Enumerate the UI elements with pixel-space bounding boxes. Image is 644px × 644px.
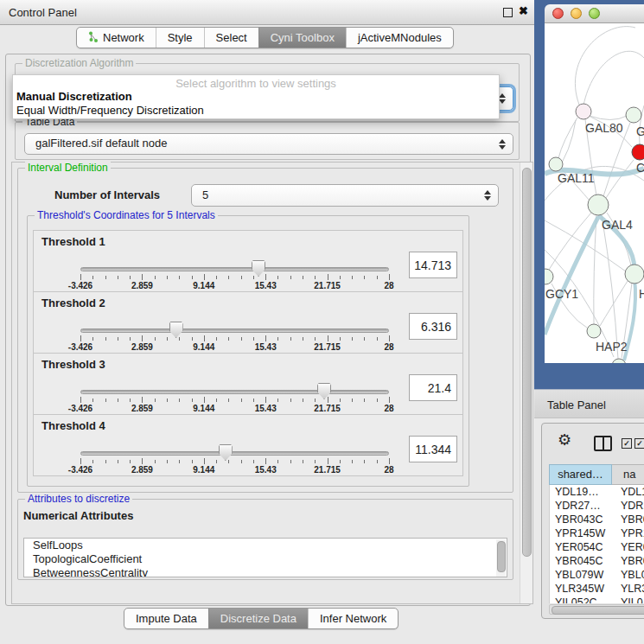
control-panel-title: Control Panel [9, 6, 77, 19]
cell[interactable]: YLR3 [613, 582, 644, 596]
attributes-list: SelfLoops TopologicalCoefficient Between… [23, 538, 507, 577]
interval-definition-title: Interval Definition [25, 162, 111, 174]
attribute-item[interactable]: BetweennessCentrality [24, 566, 507, 577]
close-traffic-light[interactable] [552, 8, 564, 19]
vertical-scrollbar[interactable] [520, 163, 532, 603]
table-row[interactable]: YER054CYER0 [550, 540, 644, 554]
threshold-3-label: Threshold 3 [41, 358, 105, 371]
cell[interactable]: YDR2 [613, 499, 644, 513]
minimize-traffic-light[interactable] [571, 8, 582, 19]
thresholds-container: Threshold 1 -3.426 2.859 9.144 15.43 [33, 230, 463, 476]
tab-network-label: Network [103, 31, 144, 44]
threshold-3-value-field[interactable]: 21.4 [409, 374, 457, 401]
table-row[interactable]: YDR27…YDR2 [550, 499, 644, 513]
float-window-icon[interactable] [503, 8, 513, 17]
tab-cyni-toolbox[interactable]: Cyni Toolbox [258, 28, 346, 48]
threshold-1-value-field[interactable]: 14.713 [409, 252, 457, 278]
dropdown-option-manual[interactable]: Manual Discretization [13, 90, 499, 104]
tab-impute-data[interactable]: Impute Data [124, 609, 208, 628]
column-header-shared-name[interactable]: shared… [549, 464, 612, 485]
network-window-titlebar[interactable] [545, 4, 644, 23]
slider-track[interactable] [80, 328, 389, 333]
tab-infer-network[interactable]: Infer Network [308, 609, 398, 628]
cell[interactable]: YIL0 [613, 596, 644, 603]
cell[interactable]: YPR1 [613, 526, 644, 540]
threshold-2-label: Threshold 2 [41, 296, 105, 309]
tick-label: 9.144 [193, 342, 214, 352]
cell[interactable]: YDL19… [550, 485, 613, 499]
label-gal11: GAL11 [558, 171, 595, 185]
node-gal4[interactable] [588, 194, 609, 215]
cell[interactable]: YBR0 [613, 554, 644, 568]
cell[interactable]: YER054C [550, 540, 613, 554]
table-row[interactable]: YBL079WYBL0 [550, 568, 644, 582]
cell[interactable]: YBR045C [550, 554, 613, 568]
tab-style[interactable]: Style [156, 28, 204, 48]
tick-label: 15.43 [255, 404, 277, 413]
slider-track[interactable] [80, 267, 389, 271]
threshold-2-slider[interactable]: -3.426 2.859 9.144 15.43 21.715 28 [80, 322, 389, 354]
table-row[interactable]: YLR345WYLR3 [550, 582, 644, 596]
columns-icon[interactable] [594, 436, 612, 451]
threshold-2-value-field[interactable]: 6.316 [409, 313, 457, 340]
column-header-name[interactable]: na [612, 464, 644, 485]
slider-track[interactable] [80, 451, 389, 456]
network-nodes[interactable] [545, 104, 644, 363]
number-of-intervals-combobox[interactable]: 5 [191, 184, 499, 207]
attribute-item[interactable]: TopologicalCoefficient [24, 552, 507, 566]
table-row[interactable]: YDL19…YDL1 [550, 485, 644, 499]
threshold-4-value-field[interactable]: 11.344 [409, 436, 457, 462]
close-icon[interactable]: ✖ [519, 4, 528, 17]
attributes-scrollbar-thumb[interactable] [497, 541, 506, 572]
cell[interactable]: YBR043C [550, 513, 613, 526]
table-row[interactable]: YPR145WYPR1 [550, 526, 644, 540]
horizontal-scrollbar[interactable] [549, 604, 644, 615]
cell[interactable]: YDR27… [550, 499, 613, 513]
number-of-intervals-label: Number of Intervals [54, 188, 160, 201]
node-hap2[interactable] [587, 324, 601, 338]
checkbox-icon[interactable]: ✓ [622, 438, 632, 449]
discretization-algorithm-group-title: Discretization Algorithm [22, 57, 136, 69]
cell[interactable]: YIL052C [550, 596, 613, 603]
table-data-combobox[interactable]: galFiltered.sif default node [24, 133, 513, 155]
table-row[interactable]: YBR045CYBR0 [550, 554, 644, 568]
node-h[interactable] [625, 265, 644, 284]
tab-jactivemnodules[interactable]: jActiveMNodules [346, 28, 453, 48]
slider-track[interactable] [80, 390, 389, 394]
dropdown-placeholder-item[interactable]: Select algorithm to view settings [13, 75, 499, 90]
cell[interactable]: YLR345W [550, 582, 613, 596]
cell[interactable]: YER0 [613, 540, 644, 554]
dropdown-option-equal-width[interactable]: Equal Width/Frequency Discretization [13, 104, 499, 118]
node-gcy1[interactable] [545, 269, 553, 284]
node-gal11[interactable] [549, 157, 563, 171]
gear-icon[interactable]: ⚙ [558, 430, 571, 450]
table-row[interactable]: YIL052CYIL0 [550, 596, 644, 603]
vertical-scrollbar-thumb[interactable] [522, 168, 532, 557]
attribute-item[interactable]: SelfLoops [24, 539, 507, 552]
cell[interactable]: YDL1 [613, 485, 644, 499]
cell[interactable]: YBR0 [613, 513, 644, 526]
table-body[interactable]: YDL19…YDL1 YDR27…YDR2 YBR043CYBR0 YPR145… [549, 485, 644, 603]
attributes-group: Attributes to discretize Numerical Attri… [17, 499, 513, 580]
zoom-traffic-light[interactable] [589, 8, 600, 19]
network-canvas[interactable]: GAL80 G C GAL11 GAL4 GCY1 H HAP2 [545, 23, 644, 363]
table-row[interactable]: YBR043CYBR0 [550, 513, 644, 526]
threshold-1-slider[interactable]: -3.426 2.859 9.144 15.43 21.715 28 [80, 260, 389, 293]
node-g-partial[interactable] [626, 107, 641, 123]
node-red-selected[interactable] [632, 144, 644, 160]
tab-discretize-data[interactable]: Discretize Data [208, 609, 308, 628]
tab-select[interactable]: Select [204, 28, 258, 48]
horizontal-scrollbar-thumb[interactable] [552, 606, 644, 615]
checkbox-icon[interactable]: ✓ [634, 438, 644, 449]
threshold-4-slider[interactable]: -3.426 2.859 9.144 15.43 21.715 28 [80, 444, 389, 477]
network-graph: GAL80 G C GAL11 GAL4 GCY1 H HAP2 [545, 23, 644, 363]
tab-network[interactable]: Network [77, 28, 156, 48]
node-gal80[interactable] [576, 104, 591, 119]
threshold-3-slider[interactable]: -3.426 2.859 9.144 15.43 21.715 28 [80, 383, 389, 416]
cell[interactable]: YBL0 [613, 568, 644, 582]
node-labels: GAL80 G C GAL11 GAL4 GCY1 H HAP2 [545, 121, 644, 354]
cell[interactable]: YBL079W [550, 568, 613, 582]
slider-ticks [80, 274, 389, 280]
attributes-scrollbar[interactable] [496, 539, 506, 577]
cell[interactable]: YPR145W [550, 526, 613, 540]
